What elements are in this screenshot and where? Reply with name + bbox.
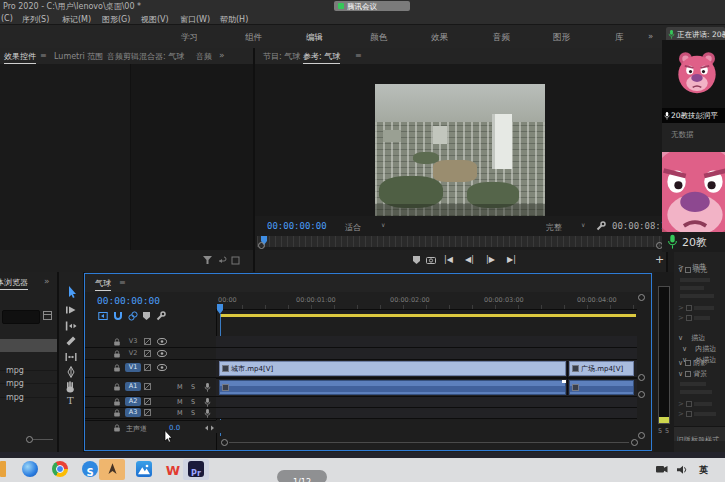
track-header-v3[interactable]: V3: [85, 336, 216, 348]
sync-lock-icon[interactable]: [144, 398, 151, 405]
tab-media-browser[interactable]: 媒体浏览器: [0, 277, 28, 290]
go-to-out-icon[interactable]: ▶|: [507, 255, 516, 264]
workspace-tab-graphics[interactable]: 图形: [553, 32, 570, 44]
media-zoom-slider-handle[interactable]: [26, 436, 33, 443]
audio-clip-plaza[interactable]: [569, 380, 634, 395]
taskbar-active-app[interactable]: [99, 459, 125, 480]
workspace-tab-color[interactable]: 颜色: [370, 32, 387, 44]
tab-reference[interactable]: 参考: 气球: [303, 51, 340, 64]
track-lane-v2[interactable]: [216, 348, 637, 360]
sogou-input-icon[interactable]: S: [82, 461, 98, 477]
lock-icon[interactable]: [113, 398, 121, 406]
eye-icon[interactable]: [157, 364, 167, 371]
chevron-right-icon[interactable]: >: [678, 400, 684, 408]
tab-audio-clip-mixer[interactable]: 音频剪辑混合器: 气球: [107, 51, 184, 62]
track-header-a3[interactable]: A3 M S: [85, 408, 216, 419]
track-header-v2[interactable]: V2: [85, 348, 216, 360]
arrow-icon[interactable]: [218, 256, 227, 265]
scroll-handle[interactable]: [638, 391, 645, 398]
track-header-v1[interactable]: V1: [85, 360, 216, 378]
media-zoom-slider-track[interactable]: [33, 439, 53, 440]
video-clip-plaza[interactable]: 广场.mp4[V]: [569, 361, 634, 376]
selection-tool-icon[interactable]: [66, 286, 77, 298]
menu-item-clip[interactable]: (C): [1, 14, 13, 23]
chrome-browser-icon[interactable]: [52, 461, 68, 477]
track-target-v1[interactable]: V1: [125, 363, 141, 372]
scrubber-handle-left[interactable]: [258, 242, 265, 249]
chevron-right-icon[interactable]: >: [678, 410, 684, 418]
chevron-right-icon[interactable]: >: [678, 304, 684, 312]
workspace-tab-effects[interactable]: 效果: [431, 32, 448, 44]
h-scroll-handle-left[interactable]: [221, 439, 228, 446]
button-editor-icon[interactable]: +: [655, 253, 664, 266]
hand-tool-icon[interactable]: [65, 381, 77, 393]
checkbox-icon[interactable]: [686, 315, 692, 321]
sync-lock-icon[interactable]: [144, 338, 151, 345]
slip-tool-icon[interactable]: [65, 351, 77, 363]
go-to-in-icon[interactable]: |◀: [444, 255, 453, 264]
sync-lock-icon[interactable]: [144, 350, 151, 357]
razor-tool-icon[interactable]: [65, 335, 77, 347]
keyframe-nav-icon[interactable]: [205, 425, 214, 431]
wps-app-icon[interactable]: W: [164, 460, 182, 478]
chevron-down-icon[interactable]: ∨: [581, 221, 585, 228]
lock-icon[interactable]: [113, 350, 121, 358]
eg-dim-checkbox-row[interactable]: >: [678, 400, 712, 408]
chevron-down-icon[interactable]: ∨: [678, 266, 683, 274]
workspace-tab-editing[interactable]: 编辑: [306, 32, 323, 44]
eg-row-shadow[interactable]: ∨ 阴影: [678, 358, 707, 368]
mute-button[interactable]: M: [177, 398, 183, 406]
playback-resolution-dropdown[interactable]: 完整: [546, 222, 562, 233]
eg-dim-checkbox-row[interactable]: >: [678, 304, 714, 312]
eg-dim-checkbox-row[interactable]: >: [678, 314, 710, 322]
video-camera-tray-icon[interactable]: [656, 465, 668, 474]
snap-icon[interactable]: [113, 311, 123, 321]
lock-icon[interactable]: [113, 383, 121, 391]
checkbox-icon[interactable]: [685, 267, 691, 273]
lock-icon[interactable]: [113, 364, 121, 372]
timeline-timecode[interactable]: 00:00:00:00: [97, 295, 160, 306]
panel-overflow-icon[interactable]: »: [44, 276, 50, 286]
step-forward-icon[interactable]: |▶: [486, 255, 495, 264]
eg-row-fill[interactable]: ∨ 填充: [678, 265, 707, 275]
mute-button[interactable]: M: [177, 383, 183, 391]
track-lane-a2[interactable]: [216, 397, 637, 408]
panel-menu-icon[interactable]: ≡: [355, 51, 362, 60]
program-scrubber[interactable]: [257, 236, 664, 247]
track-label-v3[interactable]: V3: [125, 337, 141, 346]
media-file-row[interactable]: mpg: [0, 385, 57, 398]
webcam-large[interactable]: [662, 152, 725, 232]
chevron-down-icon[interactable]: ∨: [678, 359, 683, 367]
eye-icon[interactable]: [157, 338, 167, 345]
track-header-a2[interactable]: A2 M S: [85, 397, 216, 408]
solo-button[interactable]: S: [191, 383, 195, 391]
tab-audio[interactable]: 音频: [196, 51, 212, 62]
track-header-master[interactable]: 主声道 0.0: [85, 420, 216, 434]
menu-item-help[interactable]: 帮助(H): [220, 14, 248, 25]
track-lane-v3[interactable]: [216, 336, 637, 348]
tab-program[interactable]: 节目: 气球: [263, 51, 300, 62]
list-view-icon[interactable]: [43, 311, 52, 320]
tab-lumetri-scopes[interactable]: Lumetri 范围: [54, 51, 103, 62]
tab-sequence[interactable]: 气球: [95, 278, 111, 291]
sync-lock-icon[interactable]: [144, 409, 151, 416]
program-timecode[interactable]: 00:00:00:00: [267, 221, 327, 231]
panel-menu-icon[interactable]: ≡: [40, 51, 47, 60]
box-icon[interactable]: [231, 256, 240, 265]
pen-tool-icon[interactable]: [65, 366, 77, 378]
h-scroll-handle-right[interactable]: [631, 439, 638, 446]
checkbox-icon[interactable]: [685, 360, 691, 366]
track-target-a3[interactable]: A3: [125, 408, 141, 417]
workspace-overflow-icon[interactable]: »: [648, 31, 653, 41]
mic-icon[interactable]: [204, 397, 211, 408]
add-marker-icon[interactable]: [413, 256, 421, 265]
media-selected-row[interactable]: [0, 339, 57, 352]
ripple-edit-tool-icon[interactable]: [65, 320, 77, 332]
mic-icon[interactable]: [204, 382, 211, 393]
track-select-tool-icon[interactable]: [65, 304, 77, 316]
menu-item-window[interactable]: 窗口(W): [180, 14, 210, 25]
chevron-down-icon[interactable]: ∨: [381, 221, 385, 228]
eg-row-background[interactable]: ∨ 背景: [678, 369, 707, 379]
h-scroll-track[interactable]: [229, 442, 629, 443]
premiere-app-tile[interactable]: Pr: [183, 459, 209, 480]
